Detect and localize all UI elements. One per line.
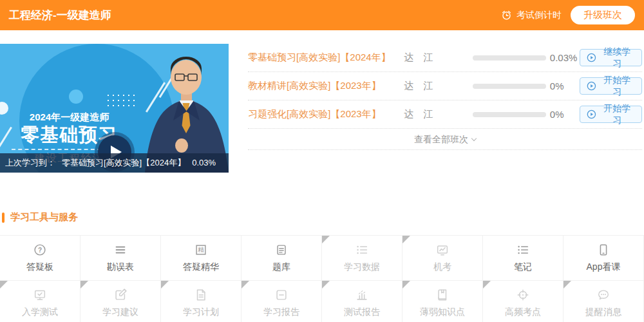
monitor-chart-icon [435,243,450,257]
progress-bar [473,55,546,61]
progress-percent: 0% [550,80,580,91]
last-learned-overlay: 上次学习到：零基础预习[高效实验]【2024年】0.03% [0,153,229,173]
exam-countdown-link[interactable]: 考试倒计时 [500,9,562,21]
class-teacher: 达 江 [404,108,473,120]
upgrade-class-button[interactable]: 升级班次 [571,6,635,24]
tool-study-report[interactable]: 学习报告 [242,281,322,322]
class-title[interactable]: 教材精讲[高效实验]【2023年】 [248,80,404,92]
class-teacher: 达 江 [404,52,473,64]
phone-icon [596,243,611,257]
tool-high-freq-points[interactable]: 高频考点 [483,281,564,322]
last-learned-progress: 0.03% [192,158,216,167]
svg-text:精: 精 [198,246,204,253]
tool-weak-points[interactable]: 薄弱知识点 [402,281,483,322]
video-thumbnail[interactable]: 2024年一级建造师 零基础预习 建设工程经济 达 江 上次学习到：零基础预习[… [0,44,229,173]
tool-study-advice[interactable]: 学习建议 [80,281,161,322]
chevron-down-icon [471,136,477,141]
report-card-icon [274,288,289,302]
class-teacher: 达 江 [404,80,473,92]
play-circle-icon [587,109,596,119]
chat-bubble-icon [596,288,611,302]
exam-countdown-label: 考试倒计时 [516,10,562,21]
class-row: 教材精讲[高效实验]【2023年】 达 江 0% 开始学习 [248,72,642,100]
book-icon [435,288,450,302]
class-title[interactable]: 零基础预习[高效实验]【2024年】 [248,52,404,64]
pencil-square-icon [113,288,128,302]
tools-section-title: 学习工具与服务 [10,211,78,223]
last-learned-prefix: 上次学习到： [5,158,55,167]
start-study-button[interactable]: 开始学习 [580,77,642,95]
view-all-classes-link[interactable]: 查看全部班次 [248,129,642,150]
tool-machine-exam[interactable]: 机考 [402,236,483,281]
tool-errata[interactable]: 勘误表 [80,236,161,281]
question-bank-icon [274,243,289,257]
page-title: 工程经济-一级建造师 [9,8,111,23]
target-icon [516,288,530,302]
progress-percent: 0% [550,109,580,120]
tool-study-plan[interactable]: 学习计划 [161,281,242,322]
hero-section: 2024年一级建造师 零基础预习 建设工程经济 达 江 上次学习到：零基础预习[… [0,44,644,173]
progress-bar [473,112,546,117]
tools-section-header: 学习工具与服务 [0,211,644,223]
progress-percent: 0.03% [550,52,580,63]
continue-study-button[interactable]: 继续学习 [580,49,642,66]
alarm-clock-icon [500,9,513,21]
svg-text:?: ? [38,247,42,254]
class-list: 零基础预习[高效实验]【2024年】 达 江 0.03% 继续学习 教材精讲[高… [248,44,644,173]
bullet-list-icon [355,243,369,257]
section-accent-bar [2,213,5,223]
class-title[interactable]: 习题强化[高效实验]【2023年】 [248,108,404,120]
class-row: 零基础预习[高效实验]【2024年】 达 江 0.03% 继续学习 [248,44,642,72]
last-learned-course: 零基础预习[高效实验]【2024年】 [62,158,185,167]
progress-bar [473,84,546,89]
thumbnail-year-line: 2024年一级建造师 [0,111,138,123]
tool-app-watch[interactable]: App看课 [564,236,644,281]
action-label: 继续学习 [600,46,635,70]
tool-test-report[interactable]: 测试报告 [322,281,402,322]
bullet-list-icon [516,243,530,257]
jing-badge-icon: 精 [194,243,208,257]
bar-chart-icon [355,288,369,302]
top-bar: 工程经济-一级建造师 考试倒计时 升级班次 [0,0,644,30]
tools-grid: ?答疑板 勘误表 精答疑精华 题库 学习数据 机考 笔记 App看课 入学测试 … [0,235,644,322]
class-row: 习题强化[高效实验]【2023年】 达 江 0% 开始学习 [248,100,642,129]
monitor-check-icon [33,288,47,302]
play-circle-icon [587,81,596,91]
tool-study-data[interactable]: 学习数据 [322,236,402,281]
start-study-button[interactable]: 开始学习 [580,106,642,123]
tool-reminder-messages[interactable]: 提醒消息 [564,281,644,322]
question-circle-icon: ? [33,243,47,257]
tool-qa-board[interactable]: ?答疑板 [0,236,80,281]
tool-notes[interactable]: 笔记 [483,236,564,281]
play-circle-icon [587,53,596,62]
action-label: 开始学习 [600,103,635,126]
tool-question-bank[interactable]: 题库 [242,236,322,281]
action-label: 开始学习 [600,75,635,98]
tool-qa-digest[interactable]: 精答疑精华 [161,236,242,281]
document-icon [194,288,208,302]
list-lines-icon [113,243,128,257]
tool-entrance-test[interactable]: 入学测试 [0,281,80,322]
